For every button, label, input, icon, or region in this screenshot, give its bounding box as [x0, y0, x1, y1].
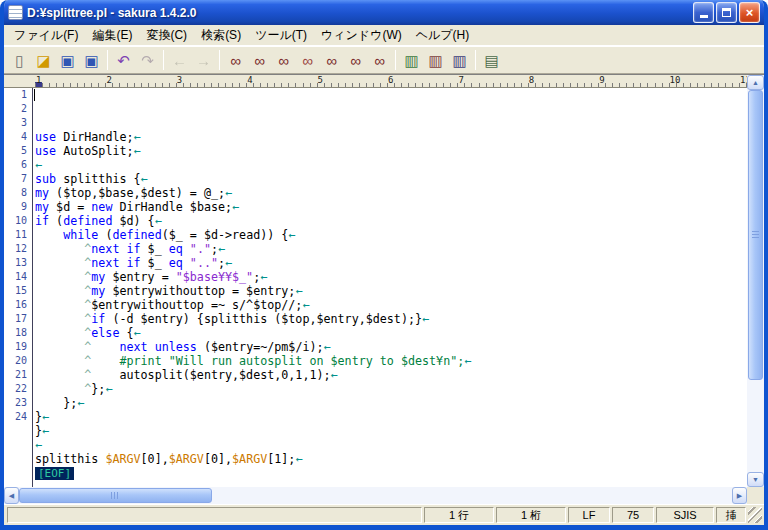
grep-button[interactable]: ∞: [368, 49, 391, 72]
code-line-2[interactable]: use AutoSplit;←: [35, 144, 747, 158]
line-number: 10: [4, 214, 32, 228]
replace-button[interactable]: ∞: [296, 49, 319, 72]
line-number: 20: [4, 354, 32, 368]
menu-item-convert[interactable]: 変換(C): [139, 25, 194, 46]
save-file-button[interactable]: ▣: [56, 49, 79, 72]
horizontal-scrollbar[interactable]: ◀ ▶: [4, 487, 747, 504]
scroll-left-button[interactable]: ◀: [4, 487, 19, 504]
code-line-23[interactable]: ←: [35, 438, 747, 452]
new-file-button[interactable]: ▯: [8, 49, 31, 72]
code-line-7[interactable]: if (defined $d) {←: [35, 214, 747, 228]
code-line-22[interactable]: }←: [35, 424, 747, 438]
save-file-icon: ▣: [60, 53, 74, 68]
open-file-button[interactable]: ◪: [32, 49, 55, 72]
eol-mark: ←: [155, 214, 162, 228]
back-button[interactable]: ←: [168, 49, 191, 72]
ruler-label: 2: [106, 75, 111, 85]
code-segment: "$base¥¥$_": [176, 270, 253, 284]
code-segment: [183, 256, 190, 270]
find-button[interactable]: ∞: [224, 49, 247, 72]
ruler-label: 6: [388, 75, 393, 85]
vertical-scroll-thumb[interactable]: [748, 90, 763, 380]
code-line-10[interactable]: ^next if $_ eq "..";←: [35, 256, 747, 270]
code-segment: ^: [35, 382, 91, 396]
resize-grip[interactable]: [748, 507, 762, 523]
code-line-12[interactable]: ^my $entrywithouttop = $entry;←: [35, 284, 747, 298]
code-line-13[interactable]: ^$entrywithouttop =~ s/^$top//;←: [35, 298, 747, 312]
menu-item-edit[interactable]: 編集(E): [85, 25, 139, 46]
code-segment: my: [35, 186, 49, 200]
find-next-icon: ∞: [254, 53, 265, 68]
outline-icon: ▤: [484, 53, 498, 68]
toolbar-separator: [475, 50, 476, 70]
grep-icon: ∞: [374, 53, 385, 68]
incremental-search-button[interactable]: ∞: [320, 49, 343, 72]
code-line-11[interactable]: ^my $entry = "$base¥¥$_";←: [35, 270, 747, 284]
horizontal-scroll-thumb[interactable]: [19, 488, 212, 503]
close-button[interactable]: ×: [739, 2, 760, 23]
titlebar-buttons: ×: [693, 2, 760, 23]
code-segment: [183, 242, 190, 256]
code-line-21[interactable]: }←: [35, 410, 747, 424]
menu-item-file[interactable]: ファイル(F): [7, 25, 85, 46]
menu-item-tool[interactable]: ツール(T): [248, 25, 314, 46]
jump-button[interactable]: ∞: [344, 49, 367, 72]
code-segment: AutoSplit;: [56, 144, 133, 158]
find-previous-button[interactable]: ∞: [272, 49, 295, 72]
scroll-up-button[interactable]: ▲: [747, 75, 764, 90]
code-segment: use: [35, 144, 56, 158]
code-line-16[interactable]: ^ next unless ($entry=~/pm$/i);←: [35, 340, 747, 354]
tag-jump-back-button[interactable]: ▥: [424, 49, 447, 72]
eol-mark: ←: [324, 340, 331, 354]
tag-jump-button[interactable]: ▥: [400, 49, 423, 72]
code-segment: unless: [155, 340, 197, 354]
code-area[interactable]: use DirHandle;←use AutoSplit;←←sub split…: [33, 88, 747, 487]
code-line-6[interactable]: my $d = new DirHandle $base;←: [35, 200, 747, 214]
code-line-5[interactable]: my ($top,$base,$dest) = @_;←: [35, 186, 747, 200]
eol-mark: ←: [42, 410, 49, 424]
undo-button[interactable]: ↶: [112, 49, 135, 72]
compare-button[interactable]: ▥: [448, 49, 471, 72]
save-all-button[interactable]: ▣: [80, 49, 103, 72]
minimize-button[interactable]: [693, 2, 714, 23]
horizontal-scroll-track[interactable]: [19, 487, 732, 504]
code-segment: [0],: [141, 452, 169, 466]
tag-jump-icon: ▥: [404, 53, 418, 68]
menu-item-help[interactable]: ヘルプ(H): [409, 25, 477, 46]
text-editor[interactable]: 123456789101112131415161718192021222324 …: [4, 88, 747, 487]
code-line-24[interactable]: splitthis $ARGV[0],$ARGV[0],$ARGV[1];←: [35, 452, 747, 466]
code-line-3[interactable]: ←: [35, 158, 747, 172]
code-line-4[interactable]: sub splitthis {←: [35, 172, 747, 186]
code-line-8[interactable]: while (defined($_ = $d->read)) {←: [35, 228, 747, 242]
code-segment: (-d $entry) {splitthis ($top,$entry,$des…: [105, 312, 422, 326]
code-segment: DirHandle;: [56, 130, 133, 144]
back-icon: ←: [172, 53, 187, 68]
maximize-button[interactable]: [716, 2, 737, 23]
eol-mark: ←: [105, 382, 112, 396]
title-bar[interactable]: D:¥splittree.pl - sakura 1.4.2.0 ×: [4, 0, 764, 25]
code-line-20[interactable]: };←: [35, 396, 747, 410]
eol-mark: ←: [77, 396, 84, 410]
vertical-scrollbar[interactable]: ▲ ▼: [747, 75, 764, 487]
code-segment: use: [35, 130, 56, 144]
code-line-15[interactable]: ^else {←: [35, 326, 747, 340]
scroll-down-button[interactable]: ▼: [747, 472, 764, 487]
redo-button[interactable]: ↷: [136, 49, 159, 72]
menu-item-window[interactable]: ウィンドウ(W): [314, 25, 409, 46]
scroll-right-button[interactable]: ▶: [732, 487, 747, 504]
menu-bar: ファイル(F)編集(E)変換(C)検索(S)ツール(T)ウィンドウ(W)ヘルプ(…: [4, 25, 764, 46]
code-line-18[interactable]: ^ autosplit($entry,$dest,0,1,1);←: [35, 368, 747, 382]
outline-button[interactable]: ▤: [480, 49, 503, 72]
code-line-14[interactable]: ^if (-d $entry) {splitthis ($top,$entry,…: [35, 312, 747, 326]
find-next-button[interactable]: ∞: [248, 49, 271, 72]
code-line-1[interactable]: use DirHandle;←: [35, 130, 747, 144]
forward-button[interactable]: →: [192, 49, 215, 72]
code-segment: if: [127, 242, 141, 256]
line-number: 19: [4, 340, 32, 354]
vertical-scroll-track[interactable]: [747, 90, 764, 472]
code-line-19[interactable]: ^};←: [35, 382, 747, 396]
eol-mark: ←: [295, 284, 302, 298]
code-line-9[interactable]: ^next if $_ eq ".";←: [35, 242, 747, 256]
code-line-17[interactable]: ^ #print "Will run autosplit on $entry t…: [35, 354, 747, 368]
menu-item-search[interactable]: 検索(S): [194, 25, 248, 46]
